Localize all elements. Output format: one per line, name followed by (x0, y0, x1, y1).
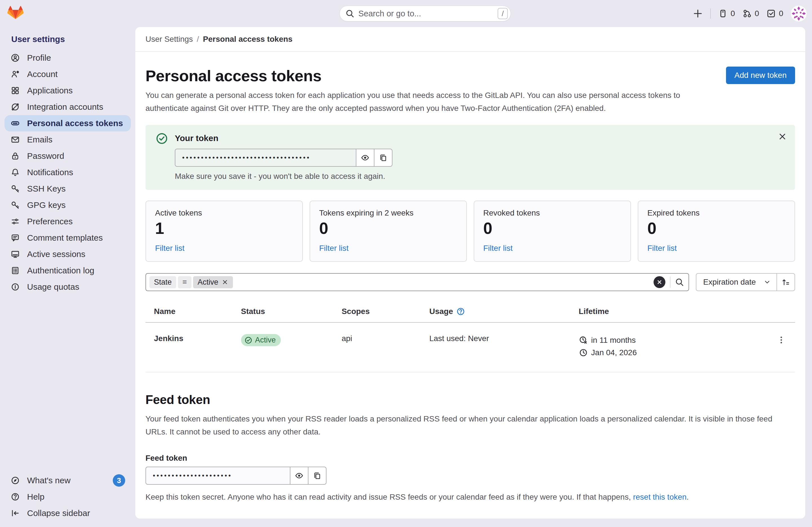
token-scopes: api (337, 323, 425, 372)
sidebar-item-profile[interactable]: Profile (4, 49, 131, 66)
sidebar-item-preferences[interactable]: Preferences (4, 213, 131, 230)
key-icon (11, 184, 20, 193)
clock-icon (579, 348, 588, 357)
merge-request-icon (742, 9, 752, 18)
page-title: Personal access tokens (145, 67, 321, 85)
table-row-jenkins: Jenkins Active api Last used: Never in 1… (145, 323, 795, 372)
profile-icon (11, 53, 20, 62)
search-shortcut-key: / (498, 8, 508, 19)
sidebar-item-emails[interactable]: Emails (4, 131, 131, 148)
sidebar-item-comment-templates[interactable]: Comment templates (4, 230, 131, 246)
filter-list-link[interactable]: Filter list (155, 244, 184, 253)
copy-icon (313, 471, 321, 480)
merge-requests-counter[interactable]: 0 (742, 9, 759, 18)
collapse-sidebar-item[interactable]: Collapse sidebar (4, 505, 131, 521)
todos-counter[interactable]: 0 (766, 9, 783, 18)
sidebar-item-password[interactable]: Password (4, 148, 131, 164)
sidebar-item-gpg-keys[interactable]: GPG keys (4, 197, 131, 213)
reveal-feed-token-button[interactable] (290, 467, 308, 485)
account-icon (11, 70, 20, 79)
copy-token-button[interactable] (374, 149, 392, 167)
sidebar-item-active-sessions[interactable]: Active sessions (4, 246, 131, 262)
page-description: You can generate a personal access token… (145, 89, 712, 115)
stat-card-expired: Expired tokens 0 Filter list (638, 201, 795, 262)
add-new-token-button[interactable]: Add new token (726, 67, 795, 84)
token-icon (11, 119, 20, 128)
sidebar-item-usage-quotas[interactable]: Usage quotas (4, 279, 131, 295)
copy-feed-token-button[interactable] (308, 467, 327, 485)
stat-card-expiring: Tokens expiring in 2 weeks 0 Filter list (309, 201, 467, 262)
usage-help-icon[interactable] (456, 307, 465, 316)
sidebar-item-ssh-keys[interactable]: SSH Keys (4, 181, 131, 197)
alert-close-button[interactable] (778, 132, 787, 141)
token-name: Jenkins (145, 323, 236, 372)
eye-icon (295, 471, 303, 480)
feed-token-field[interactable]: ••••••••••••••••••••• (145, 467, 290, 485)
submit-search-button[interactable] (675, 277, 684, 287)
chevron-down-icon (764, 279, 771, 286)
sort-direction-button[interactable] (777, 274, 795, 290)
log-icon (11, 266, 20, 275)
kebab-menu-icon (777, 336, 785, 344)
sidebar-item-applications[interactable]: Applications (4, 82, 131, 99)
gitlab-logo[interactable] (7, 6, 24, 19)
filter-chip-value[interactable]: Active (193, 276, 233, 288)
email-icon (11, 135, 20, 144)
row-actions-menu[interactable] (772, 334, 791, 346)
stat-card-revoked: Revoked tokens 0 Filter list (474, 201, 631, 262)
topbar-divider (710, 9, 711, 19)
status-badge: Active (241, 334, 281, 346)
col-header-name: Name (145, 300, 236, 323)
sidebar-item-authentication-log[interactable]: Authentication log (4, 262, 131, 279)
new-token-field[interactable]: •••••••••••••••••••••••••••••••••• (175, 149, 357, 167)
issues-counter[interactable]: 0 (718, 9, 735, 18)
new-token-alert: Your token •••••••••••••••••••••••••••••… (145, 125, 795, 190)
compass-icon (11, 476, 20, 485)
sidebar-item-account[interactable]: Account (4, 66, 131, 82)
filter-list-link[interactable]: Filter list (647, 244, 677, 253)
breadcrumb: User Settings / Personal access tokens (135, 27, 805, 52)
todos-count: 0 (779, 9, 783, 18)
col-header-status: Status (236, 300, 337, 323)
issues-count: 0 (730, 9, 735, 18)
integration-icon (11, 102, 20, 111)
top-bar: Search or go to... / 0 0 0 (0, 0, 812, 27)
collapse-sidebar-icon (11, 509, 20, 518)
gauge-icon (11, 282, 20, 291)
alert-save-note: Make sure you save it - you won't be abl… (175, 172, 785, 181)
whats-new-item[interactable]: What's new 3 (4, 472, 131, 489)
applications-icon (11, 86, 20, 95)
sort-field-dropdown[interactable]: Expiration date (696, 274, 777, 290)
filter-list-link[interactable]: Filter list (483, 244, 512, 253)
sidebar-item-notifications[interactable]: Notifications (4, 164, 131, 181)
token-usage: Last used: Never (425, 323, 574, 372)
eye-icon (361, 154, 369, 162)
sort-ascending-icon (782, 278, 790, 286)
feed-token-label: Feed token (145, 454, 795, 463)
stat-card-active: Active tokens 1 Filter list (145, 201, 303, 262)
reset-feed-token-link[interactable]: reset this token (633, 493, 686, 501)
todo-check-icon (766, 9, 776, 18)
clear-filter-button[interactable] (654, 276, 665, 288)
content-panel: User Settings / Personal access tokens P… (135, 27, 805, 518)
clear-icon (656, 279, 663, 285)
sidebar-item-integration-accounts[interactable]: Integration accounts (4, 99, 131, 115)
search-icon (345, 9, 354, 18)
merge-requests-count: 0 (755, 9, 759, 18)
filter-chip-key[interactable]: State (149, 276, 176, 288)
create-new-button[interactable] (693, 9, 703, 19)
sidebar-item-personal-access-tokens[interactable]: Personal access tokens (4, 115, 131, 131)
col-header-lifetime: Lifetime (574, 300, 763, 323)
search-icon (675, 277, 684, 287)
reveal-token-button[interactable] (356, 149, 374, 167)
filter-list-link[interactable]: Filter list (319, 244, 348, 253)
token-filter-input[interactable]: State = Active (145, 273, 689, 291)
user-avatar[interactable] (791, 5, 807, 22)
filter-chip-operator[interactable]: = (178, 276, 191, 288)
settings-sidebar: User settings Profile Account Applicatio… (0, 27, 135, 527)
help-item[interactable]: Help (4, 489, 131, 505)
sliders-icon (11, 217, 20, 226)
breadcrumb-user-settings[interactable]: User Settings (145, 35, 193, 44)
global-search-input[interactable]: Search or go to... / (339, 6, 511, 22)
feed-token-title: Feed token (145, 393, 795, 407)
